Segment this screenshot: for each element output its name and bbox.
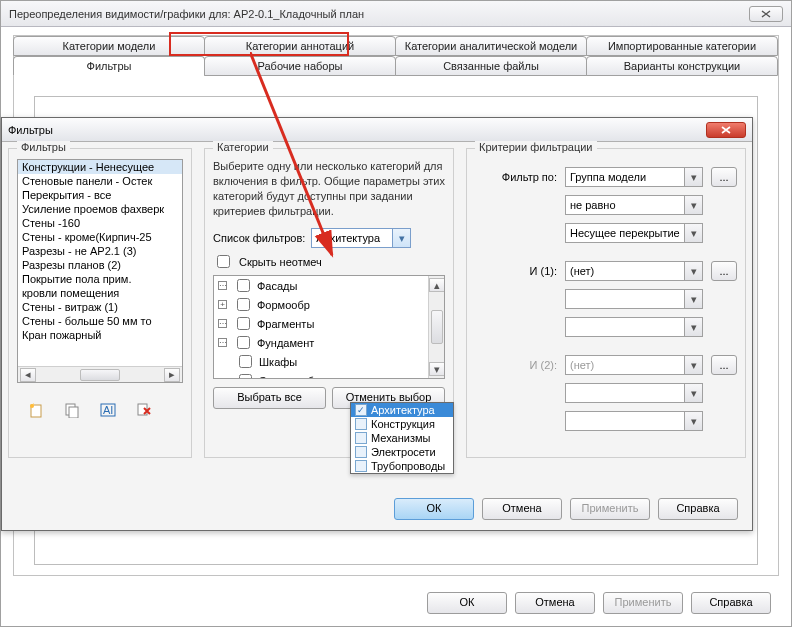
parent-close-button[interactable]: [749, 6, 783, 22]
scroll-left-button[interactable]: ◂: [20, 368, 36, 382]
and1-browse-button[interactable]: ...: [711, 261, 737, 281]
tree-node[interactable]: +Формообр: [214, 295, 444, 314]
chevron-down-icon: ▾: [684, 196, 702, 214]
operator-combo[interactable]: не равно▾: [565, 195, 703, 215]
tree-checkbox[interactable]: [237, 298, 250, 311]
and2-param-combo[interactable]: (нет)▾: [565, 355, 703, 375]
list-item[interactable]: Стены - кроме(Кирпич-25: [18, 230, 182, 244]
tab-model-categories[interactable]: Категории модели: [13, 36, 205, 56]
dialog-apply-button[interactable]: Применить: [570, 498, 650, 520]
list-item[interactable]: Конструкции - Ненесущее: [18, 160, 182, 174]
list-item[interactable]: Разрезы планов (2): [18, 258, 182, 272]
criteria-group-legend: Критерии фильтрации: [475, 141, 597, 153]
dropdown-option[interactable]: Механизмы: [351, 431, 453, 445]
filter-list-dropdown[interactable]: ✓Архитектура Конструкция Механизмы Элект…: [350, 402, 454, 474]
parameter-browse-button[interactable]: ...: [711, 167, 737, 187]
dropdown-option[interactable]: Трубопроводы: [351, 459, 453, 473]
dialog-help-button[interactable]: Справка: [658, 498, 738, 520]
tree-checkbox[interactable]: [239, 374, 252, 379]
parent-titlebar: Переопределения видимости/графики для: А…: [1, 1, 791, 27]
dropdown-option[interactable]: Электросети: [351, 445, 453, 459]
hide-unchecked-checkbox[interactable]: [217, 255, 230, 268]
scroll-down-button[interactable]: ▾: [429, 362, 445, 376]
tree-checkbox[interactable]: [237, 317, 250, 330]
new-filter-icon[interactable]: [27, 401, 45, 419]
categories-hint: Выберите одну или несколько категорий дл…: [213, 159, 445, 218]
chevron-down-icon: ▾: [684, 356, 702, 374]
chevron-down-icon: ▾: [684, 318, 702, 336]
tree-checkbox[interactable]: [239, 355, 252, 368]
parent-cancel-button[interactable]: Отмена: [515, 592, 595, 614]
list-item[interactable]: кровли помещения: [18, 286, 182, 300]
tree-node[interactable]: ⋯Фасады: [214, 276, 444, 295]
expand-icon[interactable]: ⋯: [218, 319, 227, 328]
tab-worksets[interactable]: Рабочие наборы: [204, 56, 396, 76]
expand-icon[interactable]: +: [218, 300, 227, 309]
list-item[interactable]: Усиление проемов фахверк: [18, 202, 182, 216]
tab-design-options[interactable]: Варианты конструкции: [586, 56, 778, 76]
filters-list-hscroll[interactable]: ◂ ▸: [18, 366, 182, 382]
list-item[interactable]: Стеновые панели - Остек: [18, 174, 182, 188]
dropdown-option[interactable]: Конструкция: [351, 417, 453, 431]
dialog-ok-button[interactable]: ОК: [394, 498, 474, 520]
tree-node[interactable]: Электрооборудование: [214, 371, 444, 379]
list-item[interactable]: Перекрытия - все: [18, 188, 182, 202]
and1-label: И (1):: [475, 265, 557, 277]
and1-op-combo[interactable]: ▾: [565, 289, 703, 309]
parent-apply-button[interactable]: Применить: [603, 592, 683, 614]
dialog-titlebar[interactable]: Фильтры: [2, 118, 752, 142]
list-item[interactable]: Стены - витраж (1): [18, 300, 182, 314]
tab-annotation-categories[interactable]: Категории аннотаций: [204, 36, 396, 56]
rename-filter-icon[interactable]: AI: [99, 401, 117, 419]
filters-group-legend: Фильтры: [17, 141, 70, 153]
chevron-down-icon: ▾: [684, 384, 702, 402]
filters-listbox[interactable]: Конструкции - Ненесущее Стеновые панели …: [17, 159, 183, 383]
list-item[interactable]: Покрытие пола прим.: [18, 272, 182, 286]
dialog-button-row: ОК Отмена Применить Справка: [394, 498, 738, 520]
filters-dialog: Фильтры Фильтры Конструкции - Ненесущее …: [1, 117, 753, 531]
list-item[interactable]: Стены - больше 50 мм то: [18, 314, 182, 328]
tab-analytical-categories[interactable]: Категории аналитической модели: [395, 36, 587, 56]
tree-node[interactable]: ⋯Фрагменты: [214, 314, 444, 333]
tree-node[interactable]: ⋯Фундамент: [214, 333, 444, 352]
svg-point-2: [30, 404, 34, 408]
tree-node[interactable]: Шкафы: [214, 352, 444, 371]
dialog-cancel-button[interactable]: Отмена: [482, 498, 562, 520]
tree-checkbox[interactable]: [237, 336, 250, 349]
category-tree-vscroll[interactable]: ▴ ▾: [428, 276, 444, 378]
scroll-right-button[interactable]: ▸: [164, 368, 180, 382]
dialog-close-button[interactable]: [706, 122, 746, 138]
parent-help-button[interactable]: Справка: [691, 592, 771, 614]
and1-param-combo[interactable]: (нет)▾: [565, 261, 703, 281]
chevron-down-icon: ▾: [684, 290, 702, 308]
parent-ok-button[interactable]: ОК: [427, 592, 507, 614]
tab-linked-files[interactable]: Связанные файлы: [395, 56, 587, 76]
and2-value-combo[interactable]: ▾: [565, 411, 703, 431]
scroll-up-button[interactable]: ▴: [429, 278, 445, 292]
expand-icon[interactable]: ⋯: [218, 338, 227, 347]
and1-value-combo[interactable]: ▾: [565, 317, 703, 337]
delete-filter-icon[interactable]: [135, 401, 153, 419]
expand-icon[interactable]: ⋯: [218, 281, 227, 290]
value-combo[interactable]: Несущее перекрытие▾: [565, 223, 703, 243]
tree-checkbox[interactable]: [237, 279, 250, 292]
category-tree[interactable]: ⋯Фасады +Формообр ⋯Фрагменты ⋯Фундамент …: [213, 275, 445, 379]
list-item[interactable]: Стены -160: [18, 216, 182, 230]
and2-browse-button[interactable]: ...: [711, 355, 737, 375]
dialog-title-text: Фильтры: [8, 124, 53, 136]
select-all-button[interactable]: Выбрать все: [213, 387, 326, 409]
tab-filters[interactable]: Фильтры: [13, 56, 205, 76]
tab-imported-categories[interactable]: Импортированные категории: [586, 36, 778, 56]
duplicate-filter-icon[interactable]: [63, 401, 81, 419]
filter-by-label: Фильтр по:: [475, 171, 557, 183]
parent-button-row: ОК Отмена Применить Справка: [427, 592, 771, 614]
categories-group-legend: Категории: [213, 141, 273, 153]
filter-list-combo[interactable]: Архитектура ▾: [311, 228, 411, 248]
list-item[interactable]: Кран пожарный: [18, 328, 182, 342]
dropdown-option[interactable]: ✓Архитектура: [351, 403, 453, 417]
list-item[interactable]: Разрезы - не АР2.1 (3): [18, 244, 182, 258]
scroll-thumb[interactable]: [431, 310, 443, 344]
and2-op-combo[interactable]: ▾: [565, 383, 703, 403]
scroll-thumb[interactable]: [80, 369, 120, 381]
parameter-combo[interactable]: Группа модели▾: [565, 167, 703, 187]
